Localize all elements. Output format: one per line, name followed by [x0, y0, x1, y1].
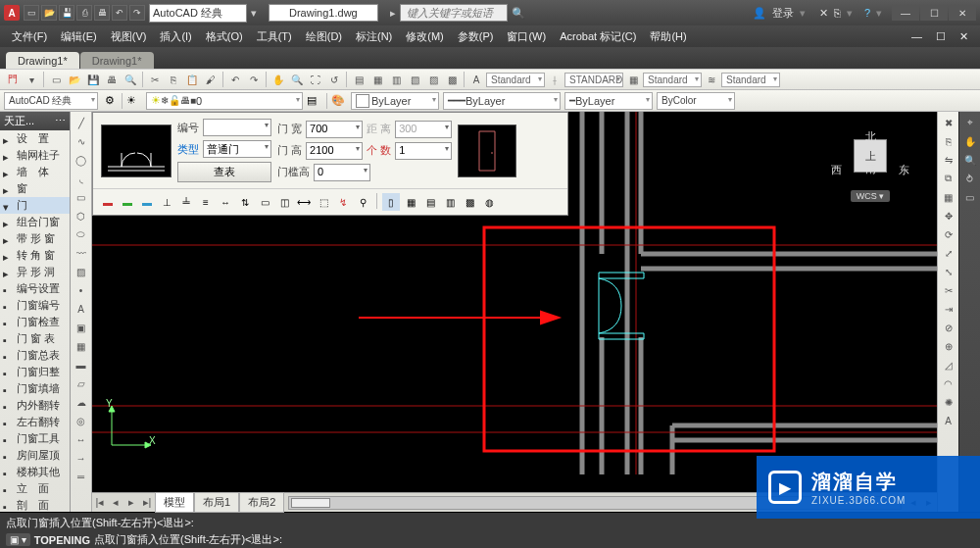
- redo2-icon[interactable]: ↷: [245, 71, 263, 88]
- tarch-item-3[interactable]: ▸窗: [0, 180, 70, 197]
- menu-format[interactable]: 格式(O): [200, 27, 249, 46]
- tarch-item-20[interactable]: ▪楼梯其他: [0, 464, 70, 480]
- preview-icon[interactable]: 🔍: [122, 71, 139, 88]
- explode-icon[interactable]: ✺: [940, 393, 957, 411]
- btn-lookup[interactable]: 查表: [177, 162, 271, 182]
- wcs-label[interactable]: WCS ▾: [851, 190, 891, 202]
- tarch-item-16[interactable]: ▪内外翻转: [0, 397, 70, 414]
- circle-icon[interactable]: ◯: [73, 151, 90, 169]
- rect-icon[interactable]: ▭: [73, 188, 90, 206]
- menu-draw[interactable]: 绘图(D): [300, 27, 348, 46]
- tarch-item-19[interactable]: ▪房间屋顶: [0, 447, 70, 464]
- layer-combo[interactable]: ☀❄🔓🖶■ 0: [146, 92, 303, 110]
- qat-print-icon[interactable]: 🖶: [94, 5, 110, 21]
- cut-icon[interactable]: ✂: [146, 71, 164, 88]
- view-cube[interactable]: 北 西 上 东 南 WCS ▾: [831, 131, 909, 210]
- tarch-item-4[interactable]: ▾门: [0, 197, 70, 214]
- di-10[interactable]: ◫: [275, 193, 293, 211]
- extend-icon[interactable]: ⇥: [940, 300, 957, 318]
- tarch-item-7[interactable]: ▸转 角 窗: [0, 247, 70, 264]
- tarch-item-10[interactable]: ▪门窗编号: [0, 297, 70, 314]
- scale-icon[interactable]: ⤢: [940, 244, 957, 262]
- di-16[interactable]: ▦: [402, 193, 419, 211]
- input-cnt[interactable]: 1: [395, 142, 452, 160]
- text2-icon[interactable]: A: [940, 412, 957, 429]
- tarch-item-15[interactable]: ▪门窗填墙: [0, 380, 70, 397]
- save-icon[interactable]: 💾: [84, 71, 102, 88]
- wipeout-icon[interactable]: ▱: [73, 374, 90, 392]
- tarch-panel-header[interactable]: 天正...⋯: [0, 112, 70, 130]
- login-button[interactable]: 登录: [772, 6, 794, 21]
- revcloud-icon[interactable]: ☁: [73, 393, 90, 411]
- undo2-icon[interactable]: ↶: [226, 71, 244, 88]
- layout-tab-1[interactable]: 布局1: [194, 492, 239, 513]
- door-preview-elev[interactable]: [458, 125, 516, 177]
- di-3[interactable]: ▬: [138, 193, 156, 211]
- user-icon[interactable]: 👤: [753, 7, 766, 20]
- cmd-input[interactable]: 点取门窗插入位置(Shift-左右开)<退出>:: [94, 532, 282, 547]
- layout-tab-2[interactable]: 布局2: [239, 492, 284, 513]
- color-icon[interactable]: 🎨: [331, 94, 347, 107]
- di-4[interactable]: ⊥: [158, 193, 175, 211]
- close-button[interactable]: ✕: [949, 5, 976, 21]
- dimstyle-icon[interactable]: ⟊: [546, 71, 564, 88]
- table-icon[interactable]: ▦: [73, 337, 90, 355]
- tarch-item-6[interactable]: ▸带 形 窗: [0, 230, 70, 247]
- rotate-icon[interactable]: ⟳: [940, 225, 957, 243]
- qat-saveas-icon[interactable]: ⎙: [76, 5, 92, 21]
- dc-icon[interactable]: ▦: [368, 71, 386, 88]
- menu-insert[interactable]: 插入(I): [154, 27, 197, 46]
- layer-state-icon[interactable]: ☀: [126, 94, 142, 107]
- search-icon[interactable]: 🔍: [512, 7, 525, 20]
- trim-icon[interactable]: ✂: [940, 281, 957, 299]
- print-icon[interactable]: 🖶: [103, 71, 121, 88]
- menu-dim[interactable]: 标注(N): [350, 27, 398, 46]
- tarch-item-5[interactable]: ▸组合门窗: [0, 214, 70, 230]
- showmot-icon[interactable]: ▭: [961, 188, 979, 206]
- break-icon[interactable]: ⊘: [940, 319, 957, 336]
- mlstyle-combo[interactable]: Standard: [721, 73, 780, 87]
- tarch-item-13[interactable]: ▪门窗总表: [0, 347, 70, 364]
- di-15[interactable]: ▯: [382, 193, 400, 211]
- xline-icon[interactable]: ↔: [73, 430, 90, 448]
- stretch-icon[interactable]: ⤡: [940, 263, 957, 280]
- block-icon[interactable]: ▣: [73, 319, 90, 336]
- panel-menu-icon[interactable]: ⋯: [55, 115, 66, 127]
- open-icon[interactable]: 📂: [66, 71, 83, 88]
- input-w[interactable]: 700: [306, 121, 363, 138]
- tarch-item-21[interactable]: ▪立 面: [0, 480, 70, 497]
- tarch-item-18[interactable]: ▪门窗工具: [0, 430, 70, 447]
- erase-icon[interactable]: ✖: [940, 114, 957, 131]
- layer-tools-icon[interactable]: ▤: [307, 94, 322, 107]
- drawing-canvas[interactable]: 编号 类型 普通门 查表 门 宽 700 距 离: [92, 112, 937, 492]
- qat-open-icon[interactable]: 📂: [41, 5, 57, 21]
- plotstyle-combo[interactable]: ByColor: [657, 92, 735, 110]
- match-icon[interactable]: 🖌: [202, 71, 220, 88]
- di-7[interactable]: ↔: [217, 193, 234, 211]
- fillet-icon[interactable]: ◠: [940, 374, 957, 392]
- offset-icon[interactable]: ⧉: [940, 170, 957, 187]
- cmd-prompt-icon[interactable]: ▣ ▾: [6, 533, 30, 546]
- props-icon[interactable]: ▤: [350, 71, 368, 88]
- layout-tab-model[interactable]: 模型: [155, 492, 194, 513]
- di-14[interactable]: ⚲: [354, 193, 371, 211]
- di-18[interactable]: ▥: [441, 193, 459, 211]
- textstyle-combo[interactable]: Standard: [486, 73, 545, 87]
- di-11[interactable]: ⟷: [295, 193, 313, 211]
- tarch-item-12[interactable]: ▪门 窗 表: [0, 330, 70, 347]
- calc-icon[interactable]: ▩: [443, 71, 461, 88]
- input-h[interactable]: 2100: [306, 142, 363, 160]
- arc-icon[interactable]: ◟: [73, 170, 90, 187]
- maximize-button[interactable]: ☐: [920, 5, 948, 21]
- di-20[interactable]: ◍: [480, 193, 498, 211]
- di-12[interactable]: ⬚: [315, 193, 332, 211]
- menu-help[interactable]: 帮助(H): [644, 27, 692, 46]
- menu-edit[interactable]: 编辑(E): [55, 27, 103, 46]
- ray-icon[interactable]: →: [73, 449, 90, 467]
- di-1[interactable]: ▬: [99, 193, 117, 211]
- qat-new-icon[interactable]: ▭: [24, 5, 39, 21]
- tarch-item-11[interactable]: ▪门窗检查: [0, 314, 70, 330]
- workspace-combo[interactable]: AutoCAD 经典: [4, 92, 98, 110]
- mlstyle-icon[interactable]: ≋: [703, 71, 720, 88]
- tarch-item-1[interactable]: ▸轴网柱子: [0, 147, 70, 164]
